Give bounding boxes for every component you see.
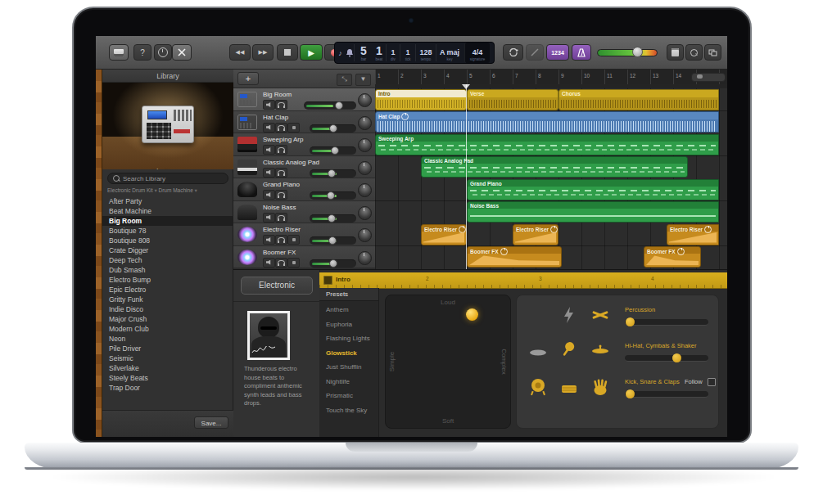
list-item[interactable]: Beat Machine bbox=[102, 206, 233, 216]
list-item-selected[interactable]: Big Room bbox=[102, 216, 233, 226]
track-row[interactable]: Electro Riser bbox=[233, 223, 375, 246]
preset-item[interactable]: Flashing Lights bbox=[319, 331, 378, 345]
save-button[interactable]: Save... bbox=[194, 416, 228, 429]
mute-button[interactable] bbox=[263, 168, 275, 178]
note-pad-button[interactable] bbox=[667, 44, 684, 61]
lcd-display[interactable]: ♪ 5bar 1beat 1div 1tick 128tempo A majke… bbox=[334, 42, 495, 64]
pan-knob[interactable] bbox=[358, 138, 372, 152]
mute-button[interactable] bbox=[263, 100, 275, 110]
track-row[interactable]: Boomer FX bbox=[233, 246, 375, 269]
mute-button[interactable] bbox=[263, 235, 275, 245]
preset-item[interactable]: Anthem bbox=[319, 303, 378, 317]
master-volume-knob[interactable] bbox=[632, 47, 643, 57]
slider-thumb[interactable] bbox=[672, 353, 681, 362]
hihat-slider[interactable] bbox=[625, 355, 708, 362]
media-browser-button[interactable] bbox=[704, 44, 721, 61]
preset-item[interactable]: Nightlife bbox=[319, 375, 378, 389]
breadcrumb-item[interactable]: Electronic Drum Kit bbox=[107, 187, 153, 193]
list-item[interactable]: Silverlake bbox=[102, 363, 233, 373]
horizontal-zoom-slider[interactable] bbox=[691, 73, 726, 82]
pan-knob[interactable] bbox=[358, 161, 372, 175]
cymbal-icon[interactable] bbox=[590, 340, 610, 360]
pan-knob[interactable] bbox=[358, 228, 372, 242]
mute-button[interactable] bbox=[263, 258, 275, 268]
tuner-button[interactable] bbox=[154, 44, 172, 61]
audio-region[interactable]: Electro Riser bbox=[513, 224, 558, 245]
mute-button[interactable] bbox=[263, 145, 275, 155]
track-volume-knob[interactable] bbox=[329, 124, 337, 133]
cycle-button[interactable] bbox=[503, 44, 523, 61]
list-item[interactable]: Major Crush bbox=[102, 314, 233, 324]
audio-region[interactable]: Electro Riser bbox=[667, 224, 719, 245]
rewind-button[interactable]: ◀◀ bbox=[229, 44, 251, 61]
preset-item[interactable]: Euphoria bbox=[319, 317, 378, 331]
drummer-region[interactable]: Chorus bbox=[558, 89, 719, 110]
solo-button[interactable] bbox=[275, 258, 287, 268]
track-volume-slider[interactable] bbox=[310, 191, 356, 200]
midi-region[interactable]: Noise Bass bbox=[467, 201, 719, 223]
track-row[interactable]: Hat Clap bbox=[233, 111, 375, 134]
horizontal-zoom-icon[interactable]: ⤡ bbox=[337, 74, 352, 86]
solo-button[interactable] bbox=[275, 145, 287, 155]
shaker-icon[interactable] bbox=[528, 343, 548, 362]
track-volume-knob[interactable] bbox=[327, 191, 335, 200]
list-item[interactable]: Epic Electro bbox=[102, 285, 233, 295]
list-item[interactable]: After Party bbox=[102, 196, 233, 206]
mute-button[interactable] bbox=[263, 213, 275, 223]
slider-thumb[interactable] bbox=[626, 389, 635, 398]
region-beat-ruler[interactable]: Intro 2 3 4 bbox=[319, 272, 727, 289]
breadcrumb[interactable]: Electronic Drum Kit ▾ Drum Machine ▾ bbox=[107, 187, 230, 194]
track-row[interactable]: Big Room bbox=[233, 88, 375, 111]
mute-button[interactable] bbox=[263, 123, 275, 133]
xy-pad-puck[interactable] bbox=[466, 308, 478, 321]
list-item[interactable]: Seismic bbox=[102, 353, 233, 363]
kick-snare-slider[interactable] bbox=[625, 391, 708, 398]
solo-button[interactable] bbox=[275, 123, 287, 133]
lightning-icon[interactable] bbox=[559, 305, 579, 325]
snare-drum-icon[interactable] bbox=[559, 379, 579, 398]
preset-item[interactable]: Prismatic bbox=[319, 389, 378, 403]
quick-help-button[interactable]: ? bbox=[133, 44, 151, 61]
forward-button[interactable]: ▶▶ bbox=[252, 44, 274, 61]
track-row[interactable]: Noise Bass bbox=[233, 201, 375, 224]
list-item[interactable]: Deep Tech bbox=[102, 255, 233, 265]
track-volume-slider[interactable] bbox=[310, 259, 356, 268]
track-volume-knob[interactable] bbox=[328, 236, 337, 245]
input-monitor-button[interactable] bbox=[287, 258, 300, 268]
genre-selector-button[interactable]: Electronic bbox=[241, 277, 313, 295]
solo-button[interactable] bbox=[275, 168, 287, 178]
list-item[interactable]: Trap Door bbox=[102, 383, 233, 393]
track-volume-slider[interactable] bbox=[310, 146, 356, 155]
preset-item[interactable]: Touch the Sky bbox=[319, 403, 378, 417]
kick-drum-icon[interactable] bbox=[528, 377, 548, 397]
slider-thumb[interactable] bbox=[626, 317, 635, 326]
solo-button[interactable] bbox=[275, 100, 287, 110]
track-volume-knob[interactable] bbox=[328, 214, 336, 223]
track-volume-knob[interactable] bbox=[335, 101, 343, 110]
preset-item[interactable]: Just Shufflin bbox=[319, 360, 378, 374]
track-row[interactable]: Grand Piano bbox=[233, 178, 375, 201]
list-item[interactable]: Dub Smash bbox=[102, 265, 233, 275]
pan-knob[interactable] bbox=[358, 251, 372, 265]
audio-region[interactable]: Boomer FX bbox=[644, 246, 701, 268]
metronome-button[interactable] bbox=[572, 44, 591, 61]
midi-region[interactable]: Classic Analog Pad bbox=[421, 156, 688, 178]
track-volume-knob[interactable] bbox=[328, 169, 336, 178]
percussion-slider[interactable] bbox=[625, 319, 708, 326]
smart-controls-button[interactable] bbox=[172, 44, 192, 61]
play-button[interactable]: ▶ bbox=[300, 44, 323, 61]
solo-button[interactable] bbox=[275, 213, 287, 223]
list-item[interactable]: Crate Digger bbox=[102, 245, 233, 255]
pan-knob[interactable] bbox=[358, 116, 372, 130]
track-volume-slider[interactable] bbox=[310, 124, 356, 133]
drummer-region[interactable]: Verse bbox=[467, 89, 558, 110]
drumsticks-icon[interactable] bbox=[590, 305, 610, 325]
solo-button[interactable] bbox=[275, 190, 287, 200]
count-in-button[interactable]: 1234 bbox=[546, 44, 569, 61]
follow-checkbox[interactable] bbox=[708, 378, 716, 386]
maraca-icon[interactable] bbox=[559, 340, 579, 360]
midi-region[interactable]: Grand Piano bbox=[467, 179, 719, 200]
track-volume-slider[interactable] bbox=[310, 169, 356, 178]
solo-button[interactable] bbox=[275, 235, 287, 245]
track-row[interactable]: Classic Analog Pad bbox=[233, 156, 375, 179]
